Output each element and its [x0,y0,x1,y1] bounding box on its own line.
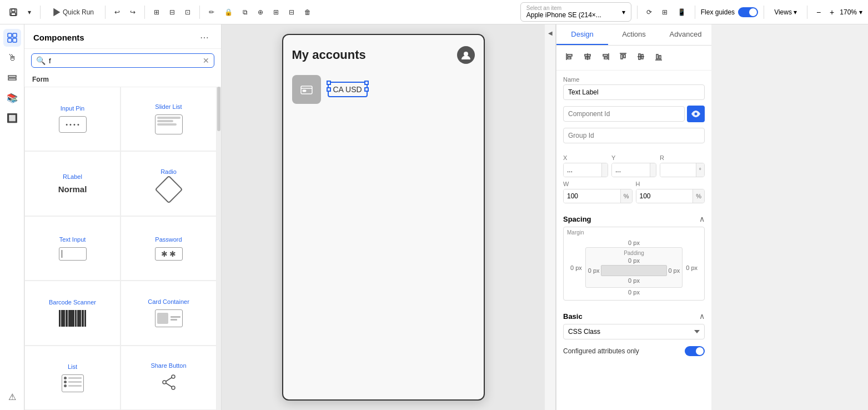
view-btn-1[interactable]: ⊞ [659,6,671,18]
w-input[interactable] [564,189,620,203]
component-rlabel[interactable]: RLabel Normal [24,151,121,216]
component-input-pin[interactable]: Input Pin • • • • [24,87,121,151]
handle-tr[interactable] [364,81,369,85]
tool-btn-6[interactable]: ⧉ [239,6,251,18]
component-id-eye-button[interactable] [687,106,705,122]
x-input[interactable] [564,163,601,177]
toolbar: ▾ Quick Run ↩ ↪ ⊞ ⊟ ⊡ ✏ 🔒 ⧉ ⊕ ⊞ ⊟ 🗑 Sele… [0,0,868,24]
tool-btn-2[interactable]: ⊟ [166,6,178,18]
sidebar-icon-plugins[interactable]: 🔲 [3,109,21,127]
device-select-label: Select an item [526,5,601,11]
basic-collapse-btn[interactable]: ∧ [699,312,705,321]
y-label: Y [611,154,656,161]
text-input-icon [59,247,87,261]
configured-attributes-toggle[interactable] [685,346,705,356]
phone-frame: My accounts [282,34,485,401]
tool-btn-5[interactable]: 🔒 [221,6,236,18]
zoom-in-btn[interactable]: + [826,7,837,18]
tool-btn-3[interactable]: ⊡ [182,6,194,18]
tool-btn-4[interactable]: ✏ [205,6,218,18]
tab-design[interactable]: Design [556,24,608,45]
tool-btn-1[interactable]: ⊞ [150,6,163,18]
dropdown-btn[interactable]: ▾ [24,6,34,18]
svg-rect-18 [303,90,306,92]
component-radio-label: Radio [160,168,177,175]
panel-header: Components ⋯ [24,24,221,49]
tool-btn-7[interactable]: ⊕ [254,6,267,18]
h-field: H % [636,181,705,203]
flex-guides-toggle[interactable] [738,7,758,17]
component-rlabel-label: RLabel [63,173,82,180]
tab-actions[interactable]: Actions [608,24,660,45]
component-barcode-scanner[interactable]: Barcode Scanner [24,281,121,345]
padding-top-row: 0 px [588,257,680,264]
sidebar-icon-layers[interactable] [3,69,21,87]
component-list[interactable]: List [24,346,121,410]
quick-run-button[interactable]: Quick Run [46,6,99,19]
delete-btn[interactable]: 🗑 [301,6,314,18]
tab-advanced[interactable]: Advanced [660,24,711,45]
align-middle-btn[interactable] [633,50,649,66]
canvas-area[interactable]: My accounts [222,24,545,410]
password-icon: ✱ ✱ [155,247,183,261]
tool-btn-9[interactable]: ⊟ [285,6,298,18]
component-card-container[interactable]: Card Container [121,281,217,345]
flex-guides-label: Flex guides [701,8,735,16]
save-btn[interactable] [6,6,21,19]
svg-point-10 [172,375,175,378]
search-clear-button[interactable]: ✕ [203,56,209,65]
barcode-scanner-icon [59,310,87,327]
right-panel-collapse-arrow[interactable]: ◀ [545,24,556,410]
spacing-collapse-btn[interactable]: ∧ [699,214,705,223]
component-password[interactable]: Password ✱ ✱ [121,216,217,281]
redo-btn[interactable]: ↪ [127,6,139,18]
name-prop-row: Name [563,76,705,100]
sep5 [637,6,638,19]
view-btn-2[interactable]: 📱 [674,6,689,18]
align-center-h-btn[interactable] [580,50,595,66]
device-selector[interactable]: Select an item Apple iPhone SE (214×... … [520,2,631,22]
name-input[interactable] [563,84,705,100]
handle-mr[interactable] [364,87,369,92]
phone-title: My accounts [292,48,366,62]
r-field: R ° [660,154,705,177]
component-id-input[interactable] [563,106,685,122]
h-input[interactable] [636,189,693,203]
scrollbar-thumb[interactable] [217,87,220,131]
sidebar-icon-components[interactable] [3,29,21,47]
views-button[interactable]: Views▾ [770,6,801,18]
r-unit: ° [696,163,704,177]
align-top-btn[interactable] [615,50,631,66]
align-left-btn[interactable] [562,50,578,66]
scrollbar-track[interactable] [217,87,221,410]
tool-btn-8[interactable]: ⊞ [270,6,282,18]
css-class-select[interactable]: CSS Class [563,324,705,339]
component-radio[interactable]: Radio [121,151,217,216]
card-container-icon [155,309,183,327]
margin-top-val: 0 px [628,239,640,246]
search-input-wrap: 🔍 ✕ [31,53,214,68]
component-text-input[interactable]: Text Input [24,216,121,281]
handle-tl[interactable] [327,81,331,85]
spacing-container: Margin 0 px 0 px Padding 0 px [556,227,711,306]
zoom-out-btn[interactable]: − [813,7,824,18]
handle-ml[interactable] [327,87,331,92]
sidebar-icon-cursor[interactable]: 🖱 [3,49,21,67]
component-share-button[interactable]: Share Button [121,346,217,410]
align-right-btn[interactable] [598,50,613,66]
y-input[interactable] [612,163,650,177]
panel-menu-button[interactable]: ⋯ [197,31,212,44]
align-bottom-btn[interactable] [651,50,666,66]
group-id-input[interactable] [563,128,705,143]
component-slider-list[interactable]: Slider List [121,87,217,151]
refresh-btn[interactable]: ⟳ [643,6,655,18]
right-panel-wrap: ◀ Design Actions Advanced [545,24,868,410]
search-input[interactable] [49,57,199,65]
component-text-input-label: Text Input [59,236,86,243]
sidebar-icon-assets[interactable]: 📚 [3,89,21,107]
name-prop-label: Name [563,76,705,83]
undo-btn[interactable]: ↩ [111,6,123,18]
panel-title: Components [33,33,84,42]
r-input[interactable] [660,163,696,177]
sidebar-icon-alerts[interactable]: ⚠ [3,388,21,406]
